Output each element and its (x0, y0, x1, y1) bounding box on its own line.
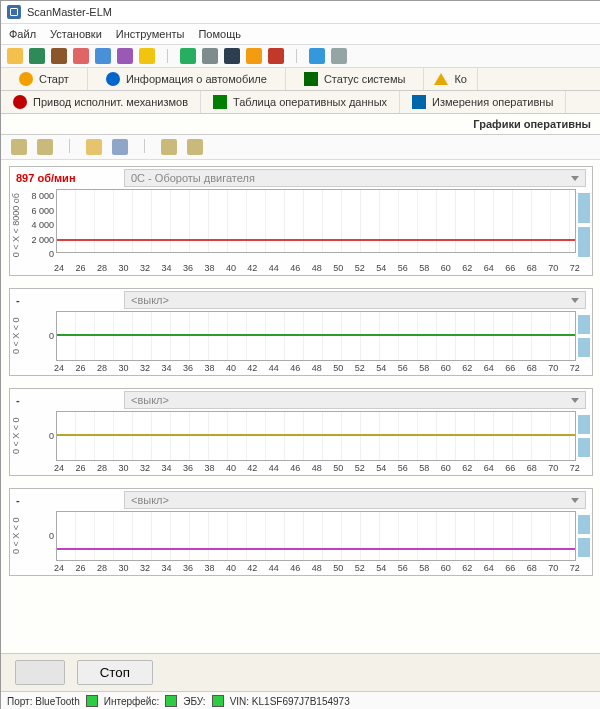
chart-plot[interactable] (56, 411, 576, 461)
toolbar-separator (144, 139, 145, 153)
charts-area: 897 об/мин0C - Обороты двигателя0 < X < … (1, 160, 600, 653)
chevron-down-icon (571, 298, 579, 303)
chevron-down-icon (571, 498, 579, 503)
y-axis-label: 0 < X < 0 (10, 511, 24, 561)
chart-value: - (16, 294, 116, 306)
tab-label: Старт (39, 73, 69, 85)
toolbar-separator (167, 49, 168, 63)
toolbar-chart-icon[interactable] (95, 48, 111, 64)
tab-codes[interactable]: Ко (424, 68, 478, 90)
toolbar-globe-icon[interactable] (29, 48, 45, 64)
grid-deselect-icon[interactable] (37, 139, 53, 155)
data-line (57, 334, 575, 336)
chart-scale-slider[interactable] (576, 189, 592, 261)
save-icon[interactable] (112, 139, 128, 155)
tab-system-status[interactable]: Статус системы (286, 68, 424, 90)
status-vin: VIN: KL1SF697J7B154973 (230, 696, 350, 707)
data-line (57, 239, 575, 241)
toolbar-stop-icon[interactable] (268, 48, 284, 64)
tab-actuators[interactable]: Привод исполнит. механизмов (1, 91, 201, 113)
tab-label: Информация о автомобиле (126, 73, 267, 85)
menu-settings[interactable]: Установки (50, 26, 102, 42)
parameter-dropdown[interactable]: <выкл> (124, 291, 586, 309)
interface-led-icon (165, 695, 177, 707)
x-axis: 2426283032343638404244464850525456586062… (10, 461, 592, 475)
data-line (57, 434, 575, 436)
grid-icon (412, 95, 426, 109)
chart-body: 0 < X < 00 (10, 411, 592, 461)
warning-icon (434, 73, 448, 85)
chart-scale-slider[interactable] (576, 311, 592, 361)
tab-label: Таблица оперативных данных (233, 96, 387, 108)
toolbar-clipboard-icon[interactable] (51, 48, 67, 64)
chart-scale-slider[interactable] (576, 511, 592, 561)
tab-vehicle-info[interactable]: Информация о автомобиле (88, 68, 286, 90)
tab-label: Измерения оперативны (432, 96, 553, 108)
chart-value: 897 об/мин (16, 172, 116, 184)
dropdown-label: <выкл> (131, 394, 169, 406)
toolbar-battery-icon[interactable] (246, 48, 262, 64)
tab-label: Ко (454, 73, 467, 85)
gear-icon (13, 95, 27, 109)
toolbar-doc-icon[interactable] (180, 48, 196, 64)
stop-button[interactable]: Стоп (77, 660, 153, 685)
chart-body: 0 < X < 00 (10, 511, 592, 561)
toolbar-terminal-icon[interactable] (224, 48, 240, 64)
chevron-down-icon (571, 176, 579, 181)
toolbar-separator (296, 49, 297, 63)
tab-data-table[interactable]: Таблица оперативных данных (201, 91, 400, 113)
chart-plot[interactable] (56, 511, 576, 561)
folder-open-icon[interactable] (86, 139, 102, 155)
chart-body: 0 < X < 8000 об8 0006 0004 0002 0000 (10, 189, 592, 261)
primary-tabs: Старт Информация о автомобиле Статус сис… (1, 68, 600, 91)
toolbar-manual-icon[interactable] (331, 48, 347, 64)
info-icon (106, 72, 120, 86)
parameter-dropdown[interactable]: <выкл> (124, 491, 586, 509)
chevron-down-icon (571, 398, 579, 403)
toolbar-wrench-icon[interactable] (117, 48, 133, 64)
parameter-dropdown[interactable]: <выкл> (124, 391, 586, 409)
tab-label: Статус системы (324, 73, 405, 85)
toolbar-banana-icon[interactable] (139, 48, 155, 64)
parameter-dropdown[interactable]: 0C - Обороты двигателя (124, 169, 586, 187)
grid-select-icon[interactable] (11, 139, 27, 155)
dropdown-label: 0C - Обороты двигателя (131, 172, 255, 184)
y-axis-label: 0 < X < 0 (10, 311, 24, 361)
x-axis-ticks: 2426283032343638404244464850525456586062… (54, 561, 580, 575)
toolbar-monitor-icon[interactable] (202, 48, 218, 64)
ecu-led-icon (212, 695, 224, 707)
chart-toolbar (1, 135, 600, 160)
toolbar-info-icon[interactable] (309, 48, 325, 64)
status-bar: Порт: BlueTooth Интерфейс: ЭБУ: VIN: KL1… (1, 691, 600, 709)
chart-scale-slider[interactable] (576, 411, 592, 461)
print-icon[interactable] (161, 139, 177, 155)
menu-file[interactable]: Файл (9, 26, 36, 42)
toolbar-grid-icon[interactable] (73, 48, 89, 64)
print-preview-icon[interactable] (187, 139, 203, 155)
y-axis-label: 0 < X < 0 (10, 411, 24, 461)
toolbar-separator (69, 139, 70, 153)
tab-start[interactable]: Старт (1, 68, 88, 90)
chart-panel: -<выкл>0 < X < 0024262830323436384042444… (9, 488, 593, 576)
x-axis: 2426283032343638404244464850525456586062… (10, 561, 592, 575)
toolbar-lightning-icon[interactable] (7, 48, 23, 64)
app-title: ScanMaster-ELM (27, 6, 112, 18)
status-ecu: ЭБУ: (183, 696, 205, 707)
chart-header: -<выкл> (10, 289, 592, 311)
status-interface: Интерфейс: (104, 696, 159, 707)
start-button (15, 660, 65, 685)
port-led-icon (86, 695, 98, 707)
menu-tools[interactable]: Инструменты (116, 26, 185, 42)
x-axis-ticks: 2426283032343638404244464850525456586062… (54, 261, 580, 275)
dropdown-label: <выкл> (131, 494, 169, 506)
x-axis-ticks: 2426283032343638404244464850525456586062… (54, 461, 580, 475)
tab-measurements[interactable]: Измерения оперативны (400, 91, 566, 113)
menu-help[interactable]: Помощь (198, 26, 241, 42)
tab-label: Привод исполнит. механизмов (33, 96, 188, 108)
y-axis-ticks: 0 (24, 311, 56, 361)
chart-plot[interactable] (56, 311, 576, 361)
chart-header: -<выкл> (10, 389, 592, 411)
data-line (57, 548, 575, 550)
y-axis-ticks: 0 (24, 511, 56, 561)
chart-plot[interactable] (56, 189, 576, 253)
